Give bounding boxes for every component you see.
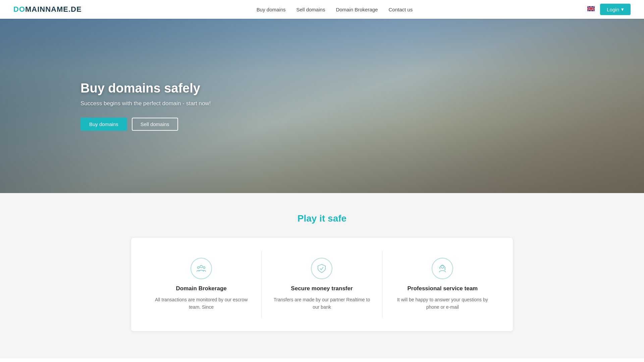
domain-brokerage-desc: All transactions are monitored by our es… (151, 296, 251, 311)
secure-money-desc: Transfers are made by our partner Realti… (272, 296, 372, 311)
logo-main: MAINNAME.DE (25, 5, 82, 13)
nav-domain-brokerage[interactable]: Domain Brokerage (336, 7, 378, 12)
login-dropdown-arrow: ▾ (621, 6, 624, 12)
svg-point-2 (198, 266, 200, 268)
nav-right: Login ▾ (587, 4, 631, 15)
navbar: DOMAINNAME.DE Buy domains Sell domains D… (0, 0, 644, 19)
nav-links: Buy domains Sell domains Domain Brokerag… (257, 7, 413, 12)
login-button[interactable]: Login ▾ (600, 4, 631, 15)
svg-point-1 (200, 265, 203, 268)
feature-domain-brokerage: Domain Brokerage All transactions are mo… (141, 251, 262, 318)
hero-figure (258, 19, 644, 193)
features-card: Domain Brokerage All transactions are mo… (131, 237, 513, 331)
secure-money-icon (311, 258, 332, 279)
professional-team-desc: It will be happy to answer your question… (392, 296, 493, 311)
secure-money-title: Secure money transfer (291, 285, 353, 292)
hero-content: Buy domains safely Success begins with t… (0, 81, 211, 131)
hero-title: Buy domains safely (80, 81, 211, 96)
logo[interactable]: DOMAINNAME.DE (13, 5, 82, 14)
logo-prefix: DO (13, 5, 25, 13)
hero-buy-domains-button[interactable]: Buy domains (80, 118, 127, 131)
svg-point-3 (203, 266, 205, 268)
nav-contact-us[interactable]: Contact us (388, 7, 413, 12)
features-section: Play it safe Domain Brokerage All transa… (0, 193, 644, 358)
features-title: Play it safe (13, 213, 631, 224)
feature-professional-team: Professional service team It will be hap… (382, 251, 503, 318)
domain-brokerage-icon (191, 258, 212, 279)
login-label: Login (607, 7, 619, 12)
hero-sell-domains-button[interactable]: Sell domains (132, 118, 178, 131)
hero-subtitle: Success begins with the perfect domain -… (80, 100, 211, 107)
nav-sell-domains[interactable]: Sell domains (297, 7, 325, 12)
feature-secure-money: Secure money transfer Transfers are made… (262, 251, 382, 318)
hero-buttons: Buy domains Sell domains (80, 118, 211, 131)
domain-brokerage-title: Domain Brokerage (176, 285, 227, 292)
professional-team-title: Professional service team (407, 285, 478, 292)
professional-team-icon (432, 258, 453, 279)
language-flag[interactable] (587, 6, 595, 13)
nav-buy-domains[interactable]: Buy domains (257, 7, 286, 12)
hero-section: Buy domains safely Success begins with t… (0, 19, 644, 193)
